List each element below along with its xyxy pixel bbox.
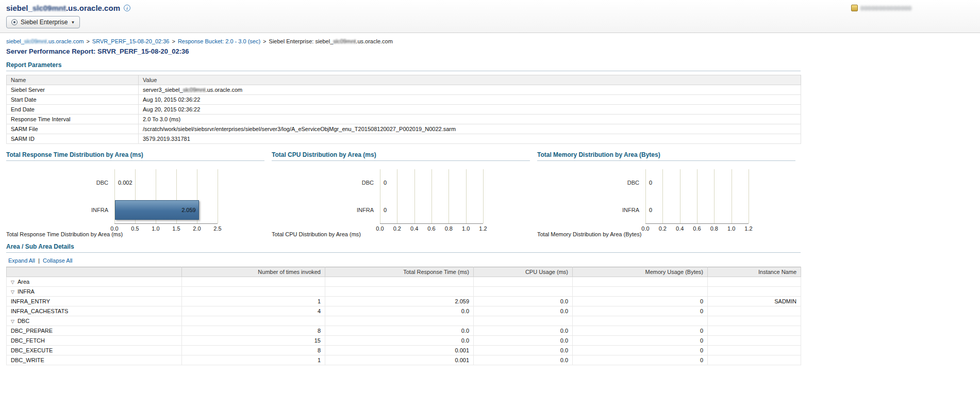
bar-value-label: 0	[649, 180, 652, 186]
page-header: siebel_slc09mnt.us.oracle.com i 00000000…	[0, 0, 980, 33]
cell-response-time: 0.001	[325, 355, 474, 365]
tree-label: INFRA_ENTRY	[11, 298, 50, 304]
cell-memory-usage: 0	[573, 336, 708, 346]
table-row-group: ▽DBC	[7, 316, 801, 326]
cell-times-invoked: 1	[182, 297, 325, 306]
breadcrumb: siebel_slc09mnt.us.oracle.com>SRVR_PERF_…	[6, 38, 974, 44]
x-tick-label: 0.4	[676, 225, 684, 232]
y-category-label: INFRA	[91, 207, 108, 213]
breadcrumb-link-host[interactable]: siebel_slc09mnt.us.oracle.com	[6, 38, 84, 44]
gridline	[449, 169, 449, 223]
area-details-table: Number of times invoked Total Response T…	[6, 267, 801, 365]
chart-title: Total Memory Distribution by Area (Bytes…	[537, 151, 795, 161]
tree-label: INFRA_CACHESTATS	[11, 308, 68, 314]
y-category-label: DBC	[627, 180, 639, 186]
breadcrumb-link-bucket[interactable]: Response Bucket: 2.0 - 3.0 (sec)	[178, 38, 260, 44]
x-tick-label: 0.2	[393, 225, 401, 232]
expand-all-link[interactable]: Expand All	[8, 257, 35, 264]
param-name: Start Date	[7, 95, 139, 105]
chart-plot-area: 00	[380, 169, 483, 224]
tree-label: DBC_WRITE	[11, 357, 44, 363]
y-category-label: DBC	[96, 180, 108, 186]
x-tick-label: 0.8	[710, 225, 718, 232]
memory-chart: Total Memory Distribution by Area (Bytes…	[537, 151, 803, 238]
param-value: Aug 20, 2015 02:36:22	[139, 105, 801, 115]
cell-times-invoked: 1	[182, 355, 325, 365]
x-tick-label: 2.5	[213, 225, 221, 232]
x-tick-label: 0.5	[131, 225, 139, 232]
page-title: Server Performance Report: SRVR_PERF_15-…	[6, 47, 974, 55]
info-icon[interactable]: i	[124, 5, 130, 11]
collapse-triangle-icon[interactable]: ▽	[11, 319, 14, 324]
collapse-triangle-icon[interactable]: ▽	[11, 289, 14, 295]
param-value: 2.0 To 3.0 (ms)	[139, 115, 801, 124]
param-value: server3_siebel_slc09mnt.us.oracle.com	[139, 85, 801, 95]
table-row: SARM ID 3579.2019.331781	[7, 134, 801, 144]
table-row: SARM File /scratch/work/siebel/siebsrvr/…	[7, 124, 801, 134]
chart-x-axis: 0.00.51.01.52.02.5	[114, 225, 218, 234]
x-tick-label: 0.8	[445, 225, 453, 232]
tree-label: Area	[18, 279, 29, 285]
chart-y-labels: DBCINFRA	[537, 169, 645, 224]
column-header-cpu-usage: CPU Usage (ms)	[474, 267, 573, 277]
bar-value-label: 0	[384, 180, 387, 186]
tree-cell: ▽Area	[7, 277, 182, 287]
table-row: INFRA_ENTRY 1 2.059 0.0 0 SADMIN	[7, 297, 801, 306]
cell-instance-name: SADMIN	[708, 297, 801, 306]
chart-caption: Total Response Time Distribution by Area…	[6, 231, 123, 237]
cell-memory-usage: 0	[573, 306, 708, 316]
app-title-prefix: siebel_	[6, 4, 32, 12]
app-title-redacted: slc09mnt	[32, 4, 66, 12]
chart-caption: Total Memory Distribution by Area (Bytes…	[537, 231, 641, 237]
cell-cpu-usage: 0.0	[474, 306, 573, 316]
tree-label: INFRA	[18, 288, 35, 295]
column-header-times-invoked: Number of times invoked	[182, 267, 325, 277]
cell-memory-usage: 0	[573, 355, 708, 365]
table-row: INFRA_CACHESTATS 4 0.0 0.0 0	[7, 306, 801, 316]
table-row-group: ▽INFRA	[7, 287, 801, 297]
column-header-memory-usage: Memory Usage (Bytes)	[573, 267, 708, 277]
chart-y-labels: DBCINFRA	[6, 169, 114, 224]
tree-controls: Expand All|Collapse All	[8, 257, 974, 264]
param-name: Siebel Server	[7, 85, 139, 95]
column-header-response-time: Total Response Time (ms)	[325, 267, 474, 277]
x-tick-label: 0.6	[427, 225, 435, 232]
tree-label: DBC	[18, 318, 29, 324]
x-tick-label: 1.0	[462, 225, 470, 232]
chart-y-labels: DBCINFRA	[272, 169, 380, 224]
table-row: Siebel Server server3_siebel_slc09mnt.us…	[7, 85, 801, 95]
chart-title: Total CPU Distribution by Area (ms)	[272, 151, 530, 161]
collapse-triangle-icon[interactable]: ▽	[11, 280, 14, 285]
app-title-suffix: .us.oracle.com	[66, 4, 120, 12]
bar-value-label: 0	[649, 207, 652, 213]
table-row-group: ▽Area	[7, 277, 801, 287]
chart-caption: Total CPU Distribution by Area (ms)	[272, 231, 361, 237]
table-row: DBC_EXECUTE 8 0.001 0.0 0	[7, 346, 801, 355]
siebel-enterprise-dropdown[interactable]: Siebel Enterprise ▼	[6, 16, 80, 28]
breadcrumb-link-report[interactable]: SRVR_PERF_15-08-20_02:36	[92, 38, 170, 44]
gridline	[662, 169, 663, 223]
tree-cell: ▽DBC	[7, 316, 182, 326]
table-row: DBC_FETCH 15 0.0 0.0 0	[7, 336, 801, 346]
param-name: SARM File	[7, 124, 139, 134]
x-tick-label: 0.0	[641, 225, 649, 232]
table-header-row: Name Value	[7, 75, 801, 85]
gridline	[732, 169, 732, 223]
tree-cell: DBC_EXECUTE	[7, 346, 182, 355]
table-header-row: Number of times invoked Total Response T…	[7, 267, 801, 277]
cell-cpu-usage: 0.0	[474, 346, 573, 355]
gridline	[414, 169, 415, 223]
column-header-instance-name: Instance Name	[708, 267, 801, 277]
cell-response-time: 0.0	[325, 326, 474, 336]
cell-response-time: 2.059	[325, 297, 474, 306]
param-name: SARM ID	[7, 134, 139, 144]
gridline	[466, 169, 467, 223]
cell-response-time: 0.0	[325, 336, 474, 346]
session-badge-icon	[851, 5, 858, 11]
gridline	[397, 169, 397, 223]
breadcrumb-separator: >	[263, 38, 266, 44]
report-parameters-table: Name Value Siebel Server server3_siebel_…	[6, 75, 801, 144]
collapse-all-link[interactable]: Collapse All	[43, 257, 72, 264]
cpu-chart: Total CPU Distribution by Area (ms) DBCI…	[272, 151, 537, 238]
table-row: DBC_WRITE 1 0.001 0.0 0	[7, 355, 801, 365]
